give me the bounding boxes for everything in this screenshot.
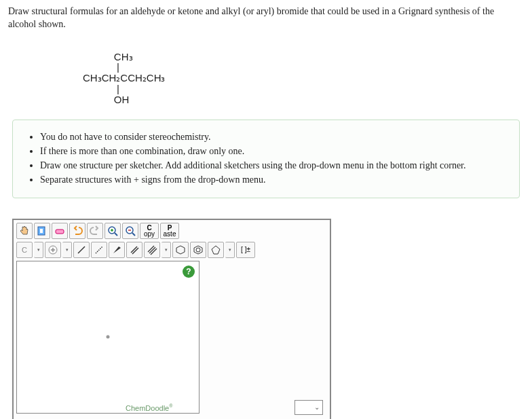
triple-bond-tool[interactable] [144,242,160,258]
double-bond-tool[interactable] [126,242,142,258]
svg-rect-2 [56,230,64,234]
drawing-canvas[interactable]: ? [16,261,200,414]
question-text: Draw structural formulas for an aldehyde… [8,5,524,31]
add-tool[interactable] [45,242,61,258]
element-picker[interactable]: C [16,242,33,258]
svg-line-4 [115,233,117,236]
paste-button[interactable]: P aste [160,223,179,239]
atom-placeholder-icon [107,335,110,339]
target-molecule: CH₃ | CH₃CH₂CCH₂CH₃ | OH [83,41,524,105]
help-icon[interactable]: ? [183,266,195,278]
sketcher-panel: C opy P aste C [12,219,331,419]
wedge-bond-tool[interactable] [109,242,125,258]
zoom-out-button[interactable] [122,223,138,239]
eraser-tool[interactable] [52,223,68,239]
svg-point-22 [196,248,200,252]
svg-marker-20 [176,246,185,254]
undo-button[interactable] [69,223,86,239]
copy-button[interactable]: C opy [140,223,159,239]
svg-line-13 [78,247,85,253]
charges-tool[interactable]: [ ]± [236,242,255,258]
svg-marker-21 [194,246,202,254]
hint-item: Draw one structure per sketcher. Add add… [40,160,506,172]
marquee-tool[interactable] [34,223,50,239]
cyclopentane-tool[interactable] [208,242,224,258]
hint-item: You do not have to consider stereochemis… [40,131,506,144]
zoom-in-button[interactable] [104,223,121,239]
svg-rect-1 [40,229,43,233]
ring-dropdown[interactable] [225,242,235,258]
hand-tool[interactable] [16,223,33,239]
hints-panel: You do not have to consider stereochemis… [12,120,520,198]
element-picker-dropdown[interactable] [34,242,43,258]
single-bond-tool[interactable] [73,242,90,258]
cyclohexane-tool[interactable] [172,242,189,258]
benzene-tool[interactable] [190,242,206,258]
add-tool-dropdown[interactable] [62,242,72,258]
redo-button[interactable] [87,223,103,239]
add-sketcher-dropdown[interactable]: ⌄ [294,400,323,415]
dotted-bond-tool[interactable] [91,242,107,258]
toolbar-bottom: C [ ]± [16,242,327,258]
bond-dropdown[interactable] [162,242,171,258]
toolbar-top: C opy P aste [16,223,327,239]
hint-item: If there is more than one combination, d… [40,145,506,158]
hint-item: Separate structures with + signs from th… [40,174,506,187]
brand-label: ChemDoodle® [126,403,172,412]
svg-line-14 [96,247,102,253]
svg-marker-23 [212,246,220,254]
svg-line-8 [132,233,135,236]
